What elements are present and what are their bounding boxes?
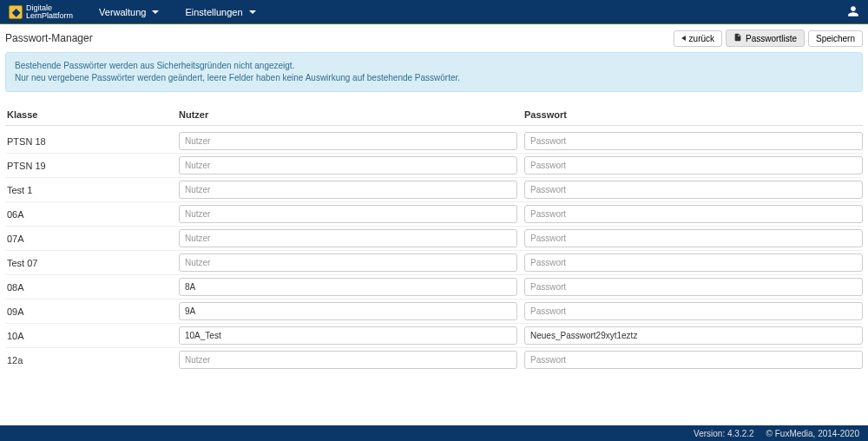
- table-row: 10A: [5, 324, 863, 348]
- passwort-input[interactable]: [524, 156, 863, 174]
- header-passwort: Passwort: [524, 109, 863, 120]
- nutzer-input[interactable]: [179, 132, 517, 150]
- passwort-input[interactable]: [524, 132, 863, 150]
- info-alert: Bestehende Passwörter werden aus Sicherh…: [5, 52, 863, 92]
- logo-icon: ◆: [9, 5, 23, 19]
- chevron-down-icon: [152, 10, 159, 14]
- table-row: Test 07: [5, 251, 863, 275]
- passwort-input[interactable]: [524, 326, 863, 345]
- passwort-input[interactable]: [524, 351, 863, 369]
- table-header-row: Klasse Nutzer Passwort: [5, 109, 863, 126]
- table-row: 09A: [5, 299, 863, 324]
- table-row: 08A: [5, 275, 863, 299]
- nutzer-input[interactable]: [179, 302, 517, 320]
- back-button[interactable]: zurück: [674, 30, 722, 47]
- nutzer-input[interactable]: [179, 253, 517, 272]
- nutzer-input[interactable]: [179, 205, 517, 223]
- passwortliste-button-label: Passwortliste: [746, 34, 797, 43]
- back-button-label: zurück: [689, 34, 714, 43]
- password-table: Klasse Nutzer Passwort PTSN 18PTSN 19Tes…: [5, 109, 863, 372]
- chevron-down-icon: [249, 10, 256, 14]
- brand-logo[interactable]: ◆ DigitaleLernPlattform: [9, 4, 73, 20]
- list-export-icon: [733, 33, 742, 43]
- passwort-input[interactable]: [524, 302, 863, 320]
- nav-einstellungen-label: Einstellungen: [185, 7, 242, 17]
- table-row: 07A: [5, 227, 863, 251]
- klasse-cell: 07A: [5, 234, 179, 244]
- passwort-input[interactable]: [524, 278, 863, 296]
- save-button[interactable]: Speichern: [808, 30, 863, 47]
- klasse-cell: PTSN 18: [5, 136, 179, 147]
- table-row: PTSN 18: [5, 129, 863, 154]
- alert-line-2: Nur neu vergebene Passwörter werden geän…: [15, 72, 853, 84]
- klasse-cell: 10A: [5, 331, 179, 341]
- passwort-input[interactable]: [524, 253, 863, 272]
- nutzer-input[interactable]: [179, 326, 517, 345]
- passwort-input[interactable]: [524, 181, 863, 199]
- passwort-input[interactable]: [524, 229, 863, 247]
- page-body: Passwort-Manager zurück Passwortliste Sp…: [0, 24, 868, 372]
- nutzer-input[interactable]: [179, 229, 517, 247]
- passwortliste-button[interactable]: Passwortliste: [726, 30, 805, 47]
- klasse-cell: Test 07: [5, 258, 179, 268]
- passwort-input[interactable]: [524, 205, 863, 223]
- header-klasse: Klasse: [5, 109, 179, 120]
- alert-line-1: Bestehende Passwörter werden aus Sicherh…: [15, 60, 853, 72]
- klasse-cell: 06A: [5, 209, 179, 220]
- save-button-label: Speichern: [816, 34, 855, 43]
- user-menu[interactable]: [847, 5, 859, 19]
- top-navbar: ◆ DigitaleLernPlattform Verwaltung Einst…: [0, 0, 868, 24]
- header-nutzer: Nutzer: [179, 109, 524, 120]
- page-title: Passwort-Manager: [5, 32, 670, 44]
- brand-text: DigitaleLernPlattform: [26, 4, 73, 20]
- klasse-cell: PTSN 19: [5, 161, 179, 171]
- nav-einstellungen[interactable]: Einstellungen: [185, 7, 255, 17]
- nav-verwaltung-label: Verwaltung: [99, 7, 146, 17]
- title-row: Passwort-Manager zurück Passwortliste Sp…: [5, 30, 863, 47]
- table-row: Test 1: [5, 178, 863, 202]
- nutzer-input[interactable]: [179, 156, 517, 174]
- klasse-cell: 12a: [5, 355, 179, 365]
- arrow-left-icon: [681, 36, 686, 41]
- klasse-cell: 09A: [5, 306, 179, 317]
- user-icon: [847, 5, 859, 17]
- nutzer-input[interactable]: [179, 181, 517, 199]
- table-row: 12a: [5, 348, 863, 372]
- klasse-cell: Test 1: [5, 185, 179, 195]
- nutzer-input[interactable]: [179, 278, 517, 296]
- nutzer-input[interactable]: [179, 351, 517, 369]
- nav-verwaltung[interactable]: Verwaltung: [99, 7, 159, 17]
- table-row: PTSN 19: [5, 154, 863, 178]
- klasse-cell: 08A: [5, 282, 179, 293]
- table-row: 06A: [5, 202, 863, 227]
